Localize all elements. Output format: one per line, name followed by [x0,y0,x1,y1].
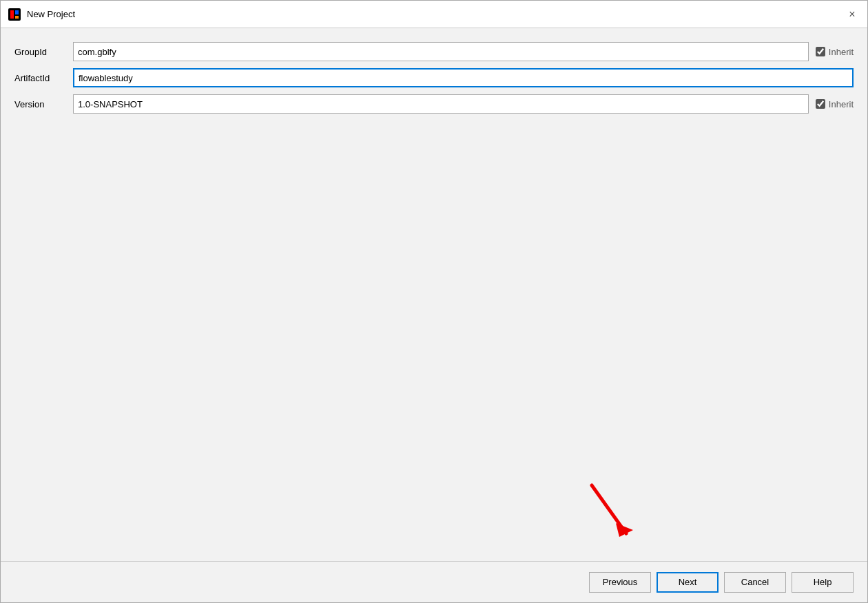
dialog-body: GroupId Inherit ArtifactId Version Inher… [1,28,867,561]
version-row: Version Inherit [14,94,854,114]
svg-rect-0 [8,8,21,21]
close-button[interactable]: × [844,6,860,23]
cancel-button[interactable]: Cancel [724,572,786,593]
artifactid-label: ArtifactId [14,73,73,83]
version-label: Version [14,99,73,109]
next-button[interactable]: Next [657,572,719,593]
artifactid-input[interactable] [73,68,854,87]
previous-button[interactable]: Previous [589,572,651,593]
version-inherit-checkbox[interactable] [816,99,825,109]
title-bar: New Project × [1,1,867,28]
groupid-row: GroupId Inherit [14,42,854,61]
groupid-inherit-checkbox[interactable] [816,47,825,56]
svg-rect-1 [10,10,14,19]
title-bar-left: New Project [8,8,75,21]
groupid-inherit-label: Inherit [829,47,854,57]
version-inherit-label: Inherit [829,99,854,109]
app-icon [8,8,21,21]
svg-rect-2 [15,10,19,14]
button-bar: Previous Next Cancel Help [1,561,867,602]
window-title: New Project [27,9,75,19]
groupid-inherit: Inherit [816,47,854,57]
new-project-dialog: New Project × GroupId Inherit ArtifactId… [0,0,868,603]
version-input[interactable] [73,94,809,114]
version-inherit: Inherit [816,99,854,109]
svg-rect-3 [15,16,19,19]
groupid-label: GroupId [14,47,73,57]
groupid-input[interactable] [73,42,809,61]
artifactid-row: ArtifactId [14,68,854,87]
body-spacer [14,120,854,554]
help-button[interactable]: Help [792,572,854,593]
